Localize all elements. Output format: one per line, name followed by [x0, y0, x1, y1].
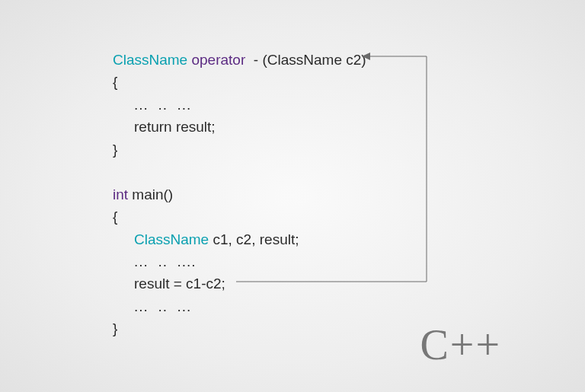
code-line-1: ClassName operator - (ClassName c2) — [113, 49, 366, 71]
code-line-4: return result; — [113, 116, 366, 138]
code-block: ClassName operator - (ClassName c2) { ..… — [113, 49, 366, 340]
code-line-6: int main() — [113, 183, 366, 206]
code-line-5: } — [113, 139, 366, 161]
token-int: int — [113, 186, 128, 202]
code-line-10: result = c1-c2; — [113, 272, 366, 295]
ellipsis: ... .. ... — [134, 298, 191, 314]
token-return: return result; — [134, 119, 216, 135]
token-classname: ClassName — [113, 52, 187, 68]
token-main: main() — [128, 186, 173, 202]
token-decl: c1, c2, result; — [209, 231, 299, 247]
code-blank — [113, 161, 366, 183]
code-line-7: { — [113, 206, 366, 228]
code-line-11: ... .. ... — [113, 295, 366, 317]
ellipsis: ... .. ... — [134, 97, 191, 113]
token-signature: - (ClassName c2) — [245, 52, 366, 68]
language-label: C++ — [420, 320, 501, 369]
code-line-3: ... .. ... — [113, 94, 366, 116]
token-assign: result = c1-c2; — [134, 276, 225, 292]
code-line-8: ClassName c1, c2, result; — [113, 228, 366, 250]
code-line-2: { — [113, 71, 366, 93]
token-classname: ClassName — [134, 231, 209, 247]
ellipsis: ... .. .... — [134, 253, 197, 269]
code-line-12: } — [113, 317, 366, 339]
code-line-9: ... .. .... — [113, 250, 366, 272]
token-operator: operator — [191, 52, 245, 68]
